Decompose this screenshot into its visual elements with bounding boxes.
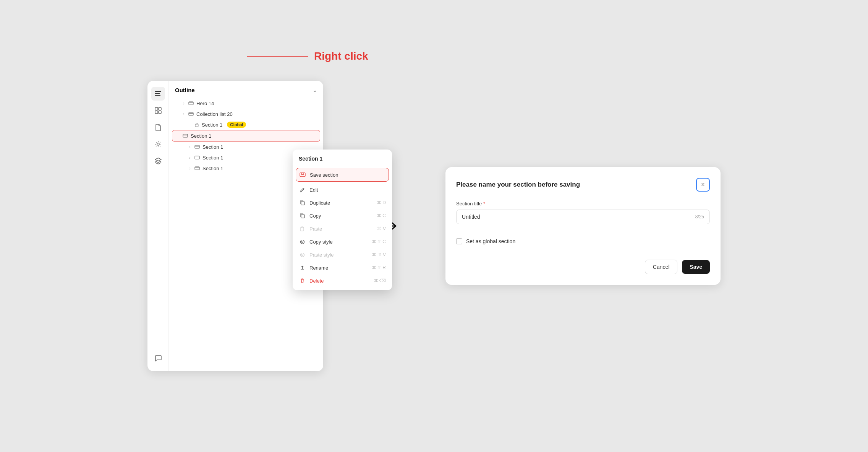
char-count: 8/25	[695, 214, 704, 219]
sidebar-panel: Outline ⌄ › Hero 14 › Co	[147, 81, 323, 371]
close-icon: ×	[701, 181, 704, 188]
context-menu-paste-style[interactable]: Paste style ⌘ ⇧ V	[293, 248, 392, 261]
outline-item-collection[interactable]: › Collection list 20	[169, 109, 323, 119]
lock-icon	[194, 122, 199, 127]
section-icon	[188, 111, 194, 117]
section-icon	[194, 154, 200, 161]
outline-icon	[154, 90, 162, 98]
paste-style-shortcut: ⌘ ⇧ V	[372, 252, 386, 257]
svg-rect-5	[155, 111, 158, 114]
sidebar-icons	[147, 81, 169, 371]
global-badge: Global	[227, 122, 246, 128]
section-icon	[188, 100, 194, 106]
outline-item-hero[interactable]: › Hero 14	[169, 98, 323, 109]
section-locked-label: Section 1	[202, 122, 222, 128]
context-menu-title: Section 1	[293, 153, 392, 166]
svg-rect-23	[301, 215, 304, 218]
sidebar-icon-chat[interactable]	[151, 351, 165, 365]
copy-label: Copy	[309, 213, 321, 219]
context-menu: Section 1 Save section Edit	[293, 150, 392, 290]
copy-shortcut: ⌘ C	[377, 213, 386, 218]
rename-label: Rename	[309, 265, 328, 271]
dialog-close-button[interactable]: ×	[696, 178, 710, 192]
edit-icon	[299, 186, 306, 193]
svg-rect-21	[300, 173, 305, 177]
duplicate-shortcut: ⌘ D	[377, 200, 386, 205]
svg-point-7	[157, 143, 159, 145]
cancel-button[interactable]: Cancel	[645, 260, 678, 274]
svg-point-28	[301, 254, 303, 255]
global-section-checkbox[interactable]	[456, 238, 462, 244]
dialog-footer: Cancel Save	[456, 260, 710, 274]
save-section-icon	[299, 171, 306, 178]
svg-point-26	[301, 241, 303, 242]
dialog-header: Please name your section before saving ×	[456, 178, 710, 192]
context-menu-rename[interactable]: Rename ⌘ ⇧ R	[293, 261, 392, 274]
svg-rect-4	[159, 107, 161, 110]
outline-chevron[interactable]: ⌄	[313, 87, 317, 93]
outline-title: Outline	[175, 87, 195, 93]
svg-point-27	[300, 253, 304, 257]
section-1-label: Section 1	[202, 144, 223, 150]
context-menu-copy[interactable]: Copy ⌘ C	[293, 209, 392, 222]
edit-label: Edit	[309, 187, 318, 193]
context-menu-save-section[interactable]: Save section	[296, 168, 389, 182]
svg-point-25	[300, 240, 304, 244]
save-button[interactable]: Save	[682, 260, 710, 274]
right-click-label: Right click	[314, 50, 368, 62]
section-icon	[194, 144, 200, 150]
dialog-field: Section title * Untitled 8/25	[456, 201, 710, 224]
svg-rect-2	[155, 95, 160, 96]
context-menu-edit[interactable]: Edit	[293, 183, 392, 196]
copy-style-label: Copy style	[309, 239, 333, 245]
section-icon	[182, 133, 188, 139]
outline-item-section-locked[interactable]: Section 1 Global	[169, 119, 323, 130]
chat-icon	[154, 354, 162, 362]
delete-label: Delete	[309, 278, 324, 284]
sidebar-icon-layers[interactable]	[151, 154, 165, 168]
paste-label: Paste	[309, 226, 322, 232]
svg-rect-17	[195, 156, 199, 159]
context-menu-delete[interactable]: Delete ⌘ ⌫	[293, 274, 392, 287]
input-value: Untitled	[462, 214, 480, 220]
section-2-label: Section 1	[202, 155, 223, 161]
layers-icon	[154, 157, 162, 165]
sidebar-icon-gear[interactable]	[151, 137, 165, 151]
paste-icon	[299, 225, 306, 232]
required-star: *	[483, 201, 485, 206]
svg-rect-10	[189, 112, 193, 115]
file-icon	[154, 124, 162, 131]
sidebar-icon-grid[interactable]	[151, 104, 165, 117]
section-title-input[interactable]: Untitled 8/25	[456, 210, 710, 224]
copy-icon	[299, 212, 306, 219]
context-menu-duplicate[interactable]: Duplicate ⌘ D	[293, 196, 392, 209]
grid-icon	[154, 107, 162, 114]
duplicate-label: Duplicate	[309, 200, 330, 206]
delete-icon	[299, 277, 306, 284]
copy-style-icon	[299, 238, 306, 245]
rename-shortcut: ⌘ ⇧ R	[372, 265, 386, 270]
sidebar-icon-file[interactable]	[151, 120, 165, 134]
rename-icon	[299, 264, 306, 271]
context-menu-paste[interactable]: Paste ⌘ V	[293, 222, 392, 235]
svg-rect-24	[300, 228, 304, 231]
paste-style-label: Paste style	[309, 252, 334, 258]
paste-style-icon	[299, 251, 306, 258]
section-3-label: Section 1	[202, 166, 223, 171]
duplicate-icon	[299, 199, 306, 206]
svg-rect-19	[195, 167, 199, 170]
context-menu-copy-style[interactable]: Copy style ⌘ ⇧ C	[293, 235, 392, 248]
save-section-dialog: Please name your section before saving ×…	[445, 167, 721, 285]
chevron-icon: ›	[187, 144, 193, 150]
chevron-icon: ›	[187, 166, 193, 171]
global-section-row: Set as global section	[456, 232, 710, 250]
svg-rect-13	[183, 134, 188, 137]
outline-item-section-highlighted[interactable]: Section 1	[172, 130, 320, 141]
svg-rect-15	[195, 145, 199, 148]
outline-header: Outline ⌄	[169, 87, 323, 98]
sidebar-icon-outline[interactable]	[151, 87, 165, 101]
save-section-label: Save section	[310, 172, 338, 178]
hero-label: Hero 14	[196, 101, 214, 106]
field-label: Section title *	[456, 201, 710, 206]
section-icon	[194, 165, 200, 171]
